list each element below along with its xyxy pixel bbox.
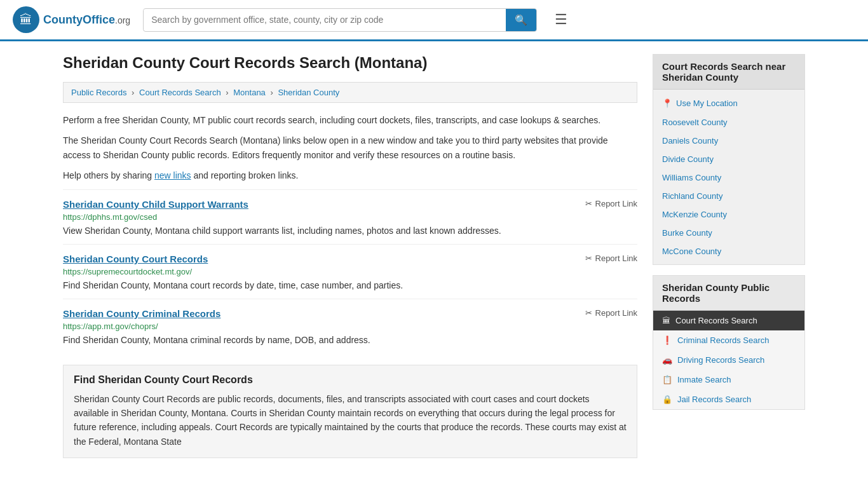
nearby-counties-box: Court Records Search near Sheridan Count… bbox=[653, 54, 805, 265]
sidebar-inmate-search[interactable]: 📋 Inmate Search bbox=[653, 370, 804, 390]
record-url: https://app.mt.gov/choprs/ bbox=[63, 322, 637, 331]
nearby-title: Court Records Search near Sheridan Count… bbox=[653, 55, 804, 90]
public-records-title: Sheridan County Public Records bbox=[653, 276, 804, 311]
logo-text: CountyOffice.org bbox=[43, 13, 130, 27]
search-button[interactable]: 🔍 bbox=[506, 9, 536, 31]
record-item: Sheridan County Child Support Warrants ✂… bbox=[63, 189, 637, 244]
record-title[interactable]: Sheridan County Court Records bbox=[63, 254, 208, 264]
sidebar-item-burke[interactable]: Burke County bbox=[653, 224, 804, 242]
search-input[interactable] bbox=[144, 10, 506, 30]
use-location[interactable]: 📍 Use My Location bbox=[653, 93, 804, 113]
breadcrumb: Public Records › Court Records Search › … bbox=[63, 82, 637, 103]
record-url: https://supremecourtdocket.mt.gov/ bbox=[63, 267, 637, 276]
records-list: Sheridan County Child Support Warrants ✂… bbox=[63, 189, 637, 353]
menu-button[interactable]: ☰ bbox=[550, 9, 573, 30]
sidebar-driving-records[interactable]: 🚗 Driving Records Search bbox=[653, 350, 804, 370]
report-link[interactable]: ✂ Report Link bbox=[585, 308, 637, 318]
inmate-search-icon: 📋 bbox=[662, 375, 672, 384]
sidebar-item-richland[interactable]: Richland County bbox=[653, 187, 804, 205]
find-section-text: Sheridan County Court Records are public… bbox=[74, 392, 627, 449]
report-icon: ✂ bbox=[585, 254, 592, 263]
breadcrumb-sheridan[interactable]: Sheridan County bbox=[278, 88, 339, 97]
page-title: Sheridan County Court Records Search (Mo… bbox=[63, 54, 637, 72]
record-desc: Find Sheridan County, Montana court reco… bbox=[63, 279, 637, 292]
main-content: Sheridan County Court Records Search (Mo… bbox=[63, 54, 637, 458]
sidebar-court-records[interactable]: 🏛 Court Records Search bbox=[653, 311, 804, 330]
location-icon: 📍 bbox=[662, 98, 672, 108]
sidebar-item-williams[interactable]: Williams County bbox=[653, 168, 804, 187]
logo-icon: 🏛 bbox=[13, 6, 39, 33]
report-icon: ✂ bbox=[585, 308, 592, 318]
court-records-icon: 🏛 bbox=[662, 316, 670, 325]
criminal-records-icon: ❗ bbox=[662, 336, 672, 345]
find-section-title: Find Sheridan County Court Records bbox=[74, 374, 627, 386]
sidebar-item-divide[interactable]: Divide County bbox=[653, 150, 804, 168]
record-title[interactable]: Sheridan County Criminal Records bbox=[63, 308, 220, 319]
breadcrumb-court-records[interactable]: Court Records Search bbox=[139, 88, 221, 97]
breadcrumb-montana[interactable]: Montana bbox=[233, 88, 266, 97]
record-title[interactable]: Sheridan County Child Support Warrants bbox=[63, 199, 248, 210]
record-item: Sheridan County Court Records ✂ Report L… bbox=[63, 244, 637, 299]
report-icon: ✂ bbox=[585, 199, 592, 208]
sidebar-criminal-records[interactable]: ❗ Criminal Records Search bbox=[653, 330, 804, 350]
record-desc: View Sheridan County, Montana child supp… bbox=[63, 224, 637, 238]
sidebar: Court Records Search near Sheridan Count… bbox=[653, 54, 805, 458]
sidebar-item-mckenzie[interactable]: McKenzie County bbox=[653, 205, 804, 224]
sidebar-jail-records[interactable]: 🔒 Jail Records Search bbox=[653, 390, 804, 409]
find-section: Find Sheridan County Court Records Sheri… bbox=[63, 365, 637, 459]
description-3: Help others by sharing new links and rep… bbox=[63, 168, 637, 182]
record-item: Sheridan County Criminal Records ✂ Repor… bbox=[63, 299, 637, 353]
record-url: https://dphhs.mt.gov/csed bbox=[63, 212, 637, 222]
description-1: Perform a free Sheridan County, MT publi… bbox=[63, 113, 637, 127]
sidebar-item-daniels[interactable]: Daniels County bbox=[653, 132, 804, 150]
nearby-list: 📍 Use My Location Roosevelt County Danie… bbox=[653, 90, 804, 264]
jail-records-icon: 🔒 bbox=[662, 395, 672, 404]
driving-records-icon: 🚗 bbox=[662, 355, 672, 365]
report-link[interactable]: ✂ Report Link bbox=[585, 199, 637, 208]
description-2: The Sheridan County Court Records Search… bbox=[63, 133, 637, 162]
sidebar-item-roosevelt[interactable]: Roosevelt County bbox=[653, 113, 804, 132]
record-desc: Find Sheridan County, Montana criminal r… bbox=[63, 334, 637, 347]
breadcrumb-public-records[interactable]: Public Records bbox=[71, 88, 126, 97]
public-records-box: Sheridan County Public Records 🏛 Court R… bbox=[653, 275, 805, 410]
logo[interactable]: 🏛 CountyOffice.org bbox=[13, 6, 130, 33]
new-links-link[interactable]: new links bbox=[154, 170, 191, 180]
sidebar-item-mccone[interactable]: McCone County bbox=[653, 242, 804, 261]
report-link[interactable]: ✂ Report Link bbox=[585, 254, 637, 263]
search-bar[interactable]: 🔍 bbox=[143, 8, 537, 32]
